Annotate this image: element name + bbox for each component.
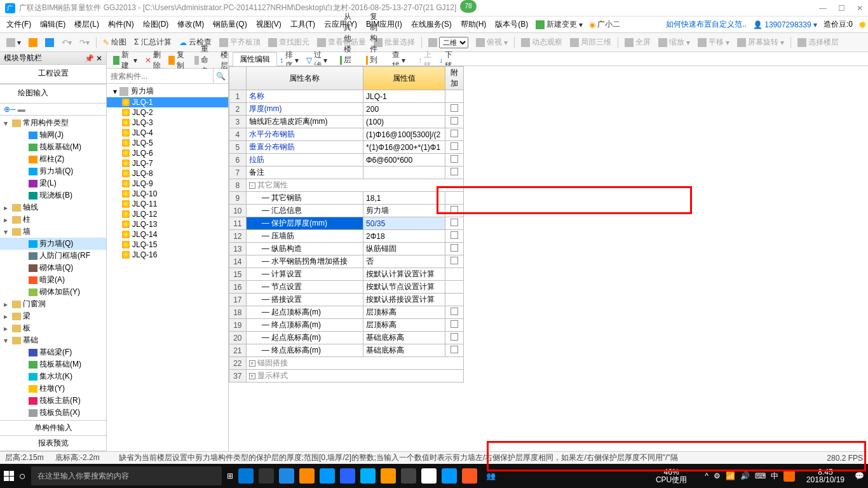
tray-app-icon[interactable] [783, 470, 795, 482]
menu-rebar[interactable]: 钢筋量(Q) [209, 17, 250, 32]
component-item[interactable]: JLQ-14 [107, 229, 228, 240]
draw-button[interactable]: ✎绘图 [100, 36, 129, 49]
property-row[interactable]: 16— 节点设置按默认节点设置计算 [229, 281, 464, 294]
taskbar-app-3[interactable] [299, 468, 315, 484]
notification-badge[interactable]: 78 [460, 0, 477, 13]
undo-button[interactable]: ↶▾ [59, 37, 74, 48]
nav-tree-item[interactable]: 现浇板(B) [0, 189, 106, 201]
menu-version[interactable]: 版本号(B) [491, 17, 532, 32]
menu-view[interactable]: 视图(V) [252, 17, 285, 32]
component-item[interactable]: JLQ-13 [107, 219, 228, 229]
tree-root[interactable]: ▾剪力墙 [107, 85, 228, 97]
property-row[interactable]: 18— 起点顶标高(m)层顶标高 [229, 306, 464, 319]
nav-tree-item[interactable]: 筏板负筋(X) [0, 407, 106, 419]
dynamic-view-button[interactable]: 动态观察 [519, 36, 565, 49]
nav-tree-item[interactable]: ▾基础 [0, 334, 106, 346]
nav-tree-item[interactable]: 轴网(J) [0, 129, 106, 141]
rotate-button[interactable]: 屏幕旋转▾ [735, 36, 787, 49]
menu-help[interactable]: 帮助(H) [457, 17, 491, 32]
nav-bottom-report[interactable]: 报表预览 [0, 436, 106, 451]
open-button[interactable] [26, 37, 40, 48]
bird-view-button[interactable]: 俯视▾ [473, 36, 510, 49]
nav-tree-item[interactable]: 梁(L) [0, 177, 106, 189]
menu-modify[interactable]: 修改(M) [173, 17, 208, 32]
sum-button[interactable]: Σ 汇总计算 [132, 36, 174, 49]
component-item[interactable]: JLQ-8 [107, 168, 228, 179]
nav-tree-item[interactable]: 框柱(Z) [0, 153, 106, 165]
nav-tree-item[interactable]: 集水坑(K) [0, 370, 106, 383]
component-item[interactable]: JLQ-2 [107, 107, 228, 118]
nav-tree-item[interactable]: ▸轴线 [0, 201, 106, 214]
cpu-meter[interactable]: 46%CPU使用 [656, 468, 687, 484]
pin-icon[interactable]: 📌 ✕ [85, 54, 102, 63]
tray-kbd-icon[interactable]: ⌨ [755, 471, 766, 480]
menu-floor[interactable]: 楼层(L) [71, 17, 103, 32]
component-item[interactable]: JLQ-11 [107, 199, 228, 209]
taskbar-app-2[interactable] [259, 468, 274, 484]
search-icon[interactable]: 🔍 [213, 69, 228, 83]
nav-tree-item[interactable]: 剪力墙(Q) [0, 165, 106, 177]
new-file-button[interactable]: ▾ [4, 37, 24, 48]
find-elem-button[interactable]: 查找图元 [266, 36, 312, 49]
property-row[interactable]: 12— 压墙筋2Φ18 [229, 230, 464, 243]
nav-tree-item[interactable]: ▸梁 [0, 310, 106, 322]
menu-tool[interactable]: 工具(T) [287, 17, 319, 32]
menu-online[interactable]: 在线服务(S) [407, 17, 456, 32]
taskbar-mail-icon[interactable] [421, 468, 437, 484]
nav-tree-item[interactable]: ▾墙 [0, 226, 106, 238]
user-mode[interactable]: ◉广小二 [587, 18, 623, 31]
menu-draw[interactable]: 绘图(D) [139, 17, 173, 32]
nav-tree-item[interactable]: ▸门窗洞 [0, 298, 106, 310]
property-row[interactable]: 17— 搭接设置按默认搭接设置计算 [229, 294, 464, 306]
property-row[interactable]: 10— 汇总信息剪力墙 [229, 205, 464, 217]
component-item[interactable]: JLQ-1 [107, 97, 228, 107]
new-change-button[interactable]: 新建变更▾ [533, 18, 585, 31]
nav-tree-item[interactable]: ▾常用构件类型 [0, 117, 106, 129]
nav-tree-item[interactable]: 柱墩(Y) [0, 383, 106, 395]
dim-select[interactable]: 二维 [426, 36, 471, 50]
nav-tree-item[interactable]: 砌体加筋(Y) [0, 286, 106, 298]
property-row[interactable]: 22+ 锚固搭接 [229, 357, 464, 370]
taskbar-app-6[interactable] [381, 468, 396, 484]
property-row[interactable]: 1名称JLQ-1 [229, 90, 464, 103]
property-row[interactable]: 11— 保护层厚度(mm)50/35 [229, 217, 464, 230]
nav-tree-item[interactable]: 人防门框墙(RF [0, 250, 106, 262]
taskbar-edge-icon[interactable] [279, 468, 294, 484]
taskbar-app-8[interactable] [442, 468, 457, 484]
component-item[interactable]: JLQ-15 [107, 240, 228, 250]
property-row[interactable]: 7备注 [229, 166, 464, 179]
select-floor-button[interactable]: 选择楼层 [795, 36, 841, 49]
property-row[interactable]: 2厚度(mm)200 [229, 103, 464, 116]
nav-tree-item[interactable]: ▸板 [0, 322, 106, 334]
task-view-icon[interactable]: ⊞ [227, 471, 233, 480]
minimize-icon[interactable]: — [819, 4, 827, 13]
zoom-button[interactable]: 缩放▾ [656, 36, 693, 49]
cortana-icon[interactable]: ○ [19, 470, 26, 483]
property-row[interactable]: 15— 计算设置按默认计算设置计算 [229, 268, 464, 281]
nav-tab-project[interactable]: 工程设置 [31, 67, 76, 81]
property-row[interactable]: 6拉筋Φ6@600*600 [229, 154, 464, 166]
component-item[interactable]: JLQ-5 [107, 138, 228, 148]
menu-file[interactable]: 文件(F) [3, 17, 35, 32]
taskbar-app-9[interactable] [462, 468, 477, 484]
property-row[interactable]: 37+ 显示样式 [229, 370, 464, 383]
taskbar-ie-icon[interactable] [320, 468, 335, 484]
property-row[interactable]: 14— 水平钢筋拐角增加搭接否 [229, 255, 464, 268]
tray-net-icon[interactable]: ⚙ [714, 471, 721, 480]
maximize-icon[interactable]: ☐ [838, 4, 845, 13]
property-row[interactable]: 19— 终点顶标高(m)层顶标高 [229, 319, 464, 332]
property-row[interactable]: 13— 纵筋构造纵筋锚固 [229, 243, 464, 255]
component-item[interactable]: JLQ-3 [107, 118, 228, 128]
nav-tree-item[interactable]: 筏板主筋(R) [0, 395, 106, 407]
tray-up-icon[interactable]: ^ [705, 471, 709, 480]
component-item[interactable]: JLQ-9 [107, 179, 228, 189]
redo-button[interactable]: ↷▾ [77, 37, 92, 48]
component-item[interactable]: JLQ-12 [107, 209, 228, 219]
clock[interactable]: 8:452018/10/19 [806, 468, 844, 484]
search-input[interactable] [107, 69, 213, 83]
nav-bottom-single[interactable]: 单构件输入 [0, 421, 106, 436]
nav-tab-draw[interactable]: 绘图输入 [0, 86, 106, 101]
notification-icon[interactable]: 💬 [855, 471, 864, 480]
property-row[interactable]: 20— 起点底标高(m)基础底标高 [229, 332, 464, 344]
component-item[interactable]: JLQ-16 [107, 250, 228, 260]
